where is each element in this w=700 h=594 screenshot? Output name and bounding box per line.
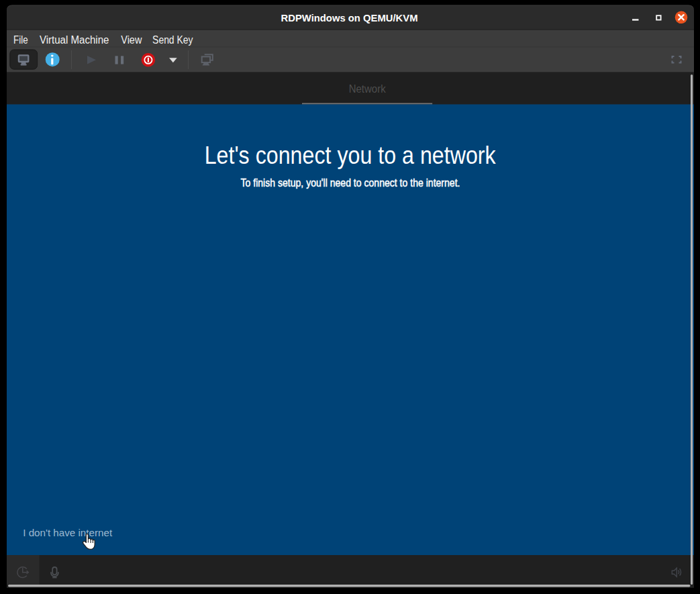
svg-text:Network: Network [349, 83, 386, 95]
svg-text:View: View [121, 34, 142, 46]
svg-text:Let's connect you to a network: Let's connect you to a network [205, 142, 497, 169]
svg-text:Send Key: Send Key [152, 34, 193, 46]
svg-text:File: File [13, 34, 28, 46]
svg-text:Virtual Machine: Virtual Machine [40, 34, 109, 46]
svg-text:I don't have internet: I don't have internet [23, 528, 112, 538]
svg-text:RDPWindows on QEMU/KVM: RDPWindows on QEMU/KVM [281, 12, 418, 23]
svg-text:To finish setup, you'll need t: To finish setup, you'll need to connect … [241, 177, 460, 189]
